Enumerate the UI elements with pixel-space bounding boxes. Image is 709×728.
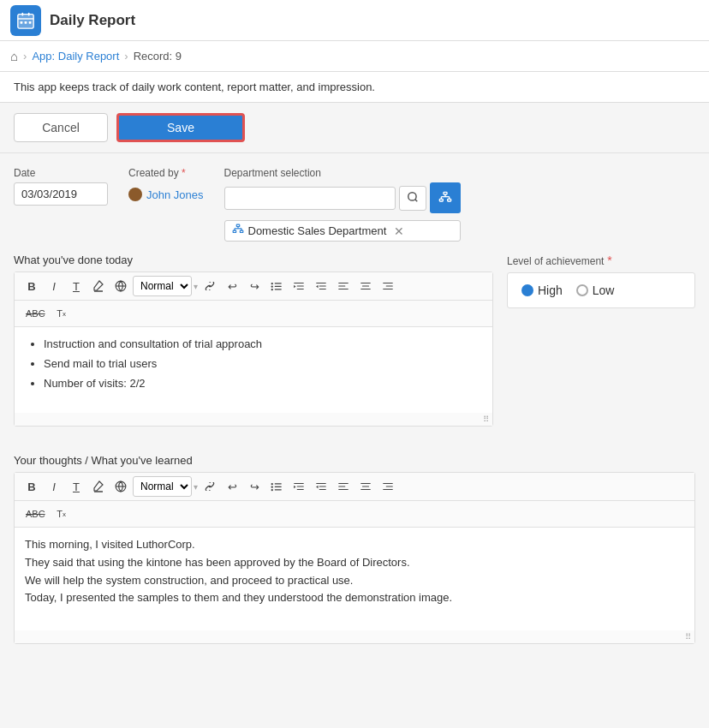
svg-point-51: [271, 483, 273, 485]
editor2-globe-button[interactable]: [110, 476, 131, 497]
svg-rect-44: [360, 289, 371, 289]
editor2-underline-button[interactable]: T: [66, 476, 86, 497]
editor1-align-center-button[interactable]: [355, 276, 376, 296]
svg-rect-6: [25, 21, 27, 23]
save-button[interactable]: Save: [116, 113, 245, 142]
app-icon: [10, 5, 41, 36]
editor1-undo-button[interactable]: ↩: [222, 276, 242, 296]
editor1-resize-handle[interactable]: ⠿: [15, 413, 492, 426]
created-by-field: Created by * John Jones: [128, 167, 204, 206]
achievement-label: Level of achievement: [507, 255, 604, 267]
editor2-clear-format-button[interactable]: Tx: [51, 504, 72, 524]
radio-low-label: Low: [593, 283, 615, 297]
svg-rect-37: [319, 285, 326, 286]
radio-high-label: High: [538, 283, 563, 297]
svg-rect-66: [360, 483, 371, 484]
svg-rect-58: [297, 486, 304, 486]
dept-org-chart-button[interactable]: [430, 182, 461, 213]
editor1-row: What you've done today B I T: [14, 254, 695, 440]
editor2-bold-button[interactable]: B: [21, 476, 42, 497]
svg-rect-18: [233, 230, 236, 232]
dept-search-input[interactable]: [224, 187, 396, 210]
editor1-strikethrough-button[interactable]: ABC: [21, 303, 50, 324]
svg-rect-19: [240, 230, 243, 232]
editor1-paint-button[interactable]: [88, 276, 109, 296]
editor1-link-button[interactable]: [200, 276, 220, 296]
resize-dots-icon: ⠿: [483, 415, 489, 424]
editor1-align-right-button[interactable]: [378, 276, 398, 296]
editor1-content[interactable]: Instruction and consultation of trial ap…: [15, 327, 492, 413]
svg-rect-7: [29, 21, 32, 23]
radio-high-indicator: [521, 284, 533, 296]
created-by-label: Created by *: [128, 167, 204, 179]
breadcrumb-app-link[interactable]: App: Daily Report: [32, 50, 119, 63]
editor2-align-left-button[interactable]: [333, 476, 354, 497]
svg-rect-11: [439, 199, 443, 201]
editor2-undo-button[interactable]: ↩: [222, 476, 242, 497]
created-by-value: John Jones: [128, 182, 204, 206]
svg-rect-36: [316, 283, 326, 283]
svg-rect-33: [294, 283, 304, 283]
svg-point-8: [408, 192, 415, 200]
editor1-list-item-2: Send mail to trial users: [44, 355, 482, 373]
radio-low[interactable]: Low: [576, 283, 615, 297]
editor2-section: B I T Normal: [14, 472, 695, 644]
radio-high[interactable]: High: [521, 283, 563, 297]
editor2-paint-button[interactable]: [88, 476, 109, 497]
editor2-align-center-button[interactable]: [355, 476, 376, 497]
editor1-col: What you've done today B I T: [14, 254, 493, 440]
date-input[interactable]: [14, 182, 108, 206]
editor2-format-select[interactable]: Normal H1 H2: [133, 476, 192, 497]
editor2-ul-button[interactable]: [266, 476, 287, 497]
editor1-italic-button[interactable]: I: [44, 276, 64, 296]
editor1-clear-format-button[interactable]: Tx: [51, 303, 72, 324]
editor2-label: Your thoughts / What you've learned: [14, 454, 695, 467]
editor1-underline-button[interactable]: T: [66, 276, 86, 296]
svg-rect-34: [297, 285, 304, 286]
editor1-outdent-button[interactable]: [311, 276, 331, 296]
editor1-ul-button[interactable]: [266, 276, 287, 296]
editor1-format-select[interactable]: Normal H1 H2: [133, 276, 192, 296]
editor2-outdent-button[interactable]: [311, 476, 331, 497]
editor1-indent-button[interactable]: [289, 276, 309, 296]
editor2-italic-button[interactable]: I: [44, 476, 64, 497]
editor1-section: B I T: [14, 272, 493, 427]
radio-low-indicator: [576, 284, 588, 296]
date-field: Date: [14, 167, 108, 206]
editor1-redo-button[interactable]: ↪: [244, 276, 265, 296]
editor2-indent-button[interactable]: [289, 476, 309, 497]
dept-tag-close-button[interactable]: ✕: [394, 224, 404, 238]
dept-tag-icon: [232, 224, 244, 238]
editor2-toolbar: B I T Normal: [15, 473, 694, 501]
date-label: Date: [14, 167, 108, 179]
dept-search-button[interactable]: [399, 186, 426, 211]
achievement-section: High Low: [507, 272, 695, 308]
editor2-link-button[interactable]: [200, 476, 220, 497]
app-title: Daily Report: [50, 12, 135, 29]
svg-line-9: [414, 199, 417, 201]
form-top-row: Date Created by * John Jones Department …: [14, 167, 695, 242]
svg-rect-46: [386, 285, 393, 286]
svg-rect-2: [18, 18, 33, 19]
editor2-align-right-button[interactable]: [378, 476, 398, 497]
svg-rect-38: [319, 289, 326, 289]
svg-rect-63: [338, 483, 349, 484]
editor2-resize-handle[interactable]: ⠿: [15, 630, 694, 643]
breadcrumb-home-icon[interactable]: ⌂: [10, 49, 18, 63]
svg-rect-17: [236, 224, 240, 226]
cancel-button[interactable]: Cancel: [14, 113, 108, 142]
editor2-content[interactable]: This morning, I visited LuthorCorp.They …: [15, 528, 694, 630]
svg-rect-40: [338, 285, 345, 286]
svg-rect-32: [275, 289, 282, 289]
svg-rect-39: [338, 283, 349, 283]
dept-label: Department selection: [224, 167, 461, 179]
editor2-redo-button[interactable]: ↪: [244, 476, 265, 497]
editor1-bold-button[interactable]: B: [21, 276, 42, 296]
actions-bar: Cancel Save: [0, 103, 709, 153]
editor1-align-left-button[interactable]: [333, 276, 354, 296]
dept-search-row: [224, 182, 461, 213]
editor2-strikethrough-button[interactable]: ABC: [21, 504, 50, 524]
editor1-globe-button[interactable]: [110, 276, 131, 296]
svg-rect-67: [362, 486, 369, 486]
svg-rect-64: [338, 486, 345, 486]
